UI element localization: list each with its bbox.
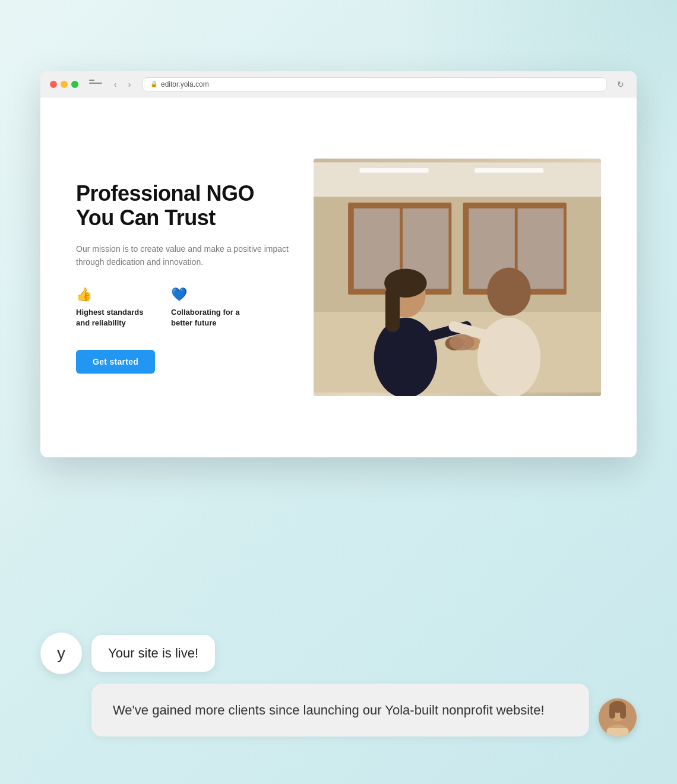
svg-point-12 xyxy=(374,318,437,396)
maximize-button[interactable] xyxy=(71,81,78,88)
yola-letter: y xyxy=(57,644,65,663)
svg-rect-29 xyxy=(607,728,628,736)
handshake-illustration xyxy=(314,159,601,396)
feature-text-standards: Highest standards and reliability xyxy=(76,307,147,328)
browser-chrome: ‹ › 🔒 editor.yola.com ↻ xyxy=(40,71,637,97)
handshake-image xyxy=(314,159,601,396)
thumbs-up-icon: 👍 xyxy=(76,287,147,302)
chat-live-text: Your site is live! xyxy=(108,646,198,660)
get-started-button[interactable]: Get started xyxy=(76,350,155,374)
svg-rect-27 xyxy=(620,707,626,719)
feature-text-collaborating: Collaborating for a better future xyxy=(171,307,242,328)
heart-icon: 💙 xyxy=(171,287,242,302)
svg-point-22 xyxy=(449,334,474,350)
chat-bubble-live: Your site is live! xyxy=(91,635,215,672)
minimize-button[interactable] xyxy=(61,81,68,88)
chat-testimonial-text: We've gained more clients since launchin… xyxy=(113,703,545,717)
chat-row-testimonial: We've gained more clients since launchin… xyxy=(91,684,637,736)
svg-rect-15 xyxy=(385,286,400,332)
yola-avatar: y xyxy=(40,633,82,674)
browser-window: ‹ › 🔒 editor.yola.com ↻ Professional NGO… xyxy=(40,71,637,457)
chat-row-notification: y Your site is live! xyxy=(40,633,637,674)
svg-point-18 xyxy=(477,318,540,396)
svg-rect-1 xyxy=(314,162,601,197)
forward-button[interactable]: › xyxy=(124,78,135,90)
feature-item-collaborating: 💙 Collaborating for a better future xyxy=(171,287,242,328)
svg-rect-2 xyxy=(359,168,428,173)
nav-arrows: ‹ › xyxy=(109,78,135,90)
website-content: Professional NGO You Can Trust Our missi… xyxy=(40,97,637,457)
website-title: Professional NGO You Can Trust xyxy=(76,181,290,230)
svg-rect-3 xyxy=(474,168,543,173)
chat-section: y Your site is live! We've gained more c… xyxy=(40,633,637,736)
chat-bubble-testimonial: We've gained more clients since launchin… xyxy=(91,684,589,736)
svg-point-19 xyxy=(487,268,531,316)
svg-rect-26 xyxy=(609,707,615,719)
traffic-lights xyxy=(50,81,78,88)
close-button[interactable] xyxy=(50,81,57,88)
sidebar-toggle-icon[interactable] xyxy=(89,80,102,89)
url-text: editor.yola.com xyxy=(161,80,209,88)
website-left-panel: Professional NGO You Can Trust Our missi… xyxy=(76,181,290,374)
lock-icon: 🔒 xyxy=(150,81,157,87)
user-avatar xyxy=(599,698,637,736)
website-description: Our mission is to create value and make … xyxy=(76,242,290,269)
back-button[interactable]: ‹ xyxy=(109,78,121,90)
reload-button[interactable]: ↻ xyxy=(614,78,627,91)
features-row: 👍 Highest standards and reliability 💙 Co… xyxy=(76,287,290,328)
feature-item-standards: 👍 Highest standards and reliability xyxy=(76,287,147,328)
address-bar[interactable]: 🔒 editor.yola.com xyxy=(143,77,607,91)
website-right-panel xyxy=(314,127,601,428)
